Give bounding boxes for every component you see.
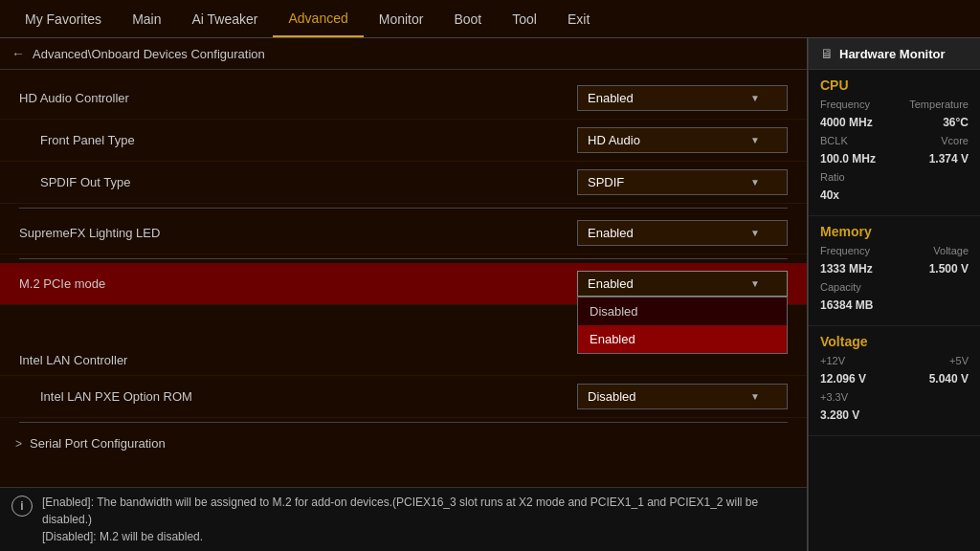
hw-cpu-vcore-label: Vcore (941, 135, 969, 146)
supremefx-label: SupremeFX Lighting LED (19, 226, 577, 240)
m2-pcie-mode-dropdown-container: Enabled ▼ Disabled Enabled (577, 271, 788, 297)
front-panel-type-value[interactable]: HD Audio ▼ (577, 127, 788, 153)
hw-volt-33-val-row: 3.280 V (820, 408, 969, 422)
intel-lan-pxe-dropdown[interactable]: Disabled ▼ (577, 384, 788, 409)
supremefx-value[interactable]: Enabled ▼ (577, 220, 788, 246)
hw-volt-5-value: 5.040 V (929, 372, 969, 386)
dropdown-option-disabled[interactable]: Disabled (578, 298, 787, 325)
hw-volt-12-val-row: 12.096 V 5.040 V (820, 372, 969, 386)
hw-memory-section: Memory Frequency Voltage 1333 MHz 1.500 … (809, 216, 980, 326)
hw-volt-33-label: +3.3V (820, 391, 848, 403)
hw-mem-freq-val-row: 1333 MHz 1.500 V (820, 262, 969, 276)
top-navigation: My Favorites Main Ai Tweaker Advanced Mo… (0, 0, 980, 38)
hw-mem-volt-value: 1.500 V (929, 262, 969, 276)
dropdown-arrow-icon: ▼ (750, 228, 760, 238)
divider-2 (19, 258, 788, 259)
nav-tool[interactable]: Tool (497, 0, 552, 37)
hw-voltage-title: Voltage (820, 334, 969, 349)
hw-cpu-freq-value: 4000 MHz (820, 116, 873, 129)
breadcrumb-text: Advanced\Onboard Devices Configuration (33, 47, 265, 61)
hw-mem-cap-row: Capacity (820, 281, 969, 293)
info-text-line1: [Enabled]: The bandwidth will be assigne… (42, 494, 795, 528)
hw-cpu-freq-label: Frequency (820, 99, 870, 110)
nav-ai-tweaker[interactable]: Ai Tweaker (176, 0, 273, 37)
hw-mem-cap-value: 16384 MB (820, 298, 873, 312)
hw-cpu-freq-val-row: 4000 MHz 36°C (820, 116, 969, 129)
hw-cpu-bclk-row: BCLK Vcore (820, 135, 969, 146)
expand-icon: > (15, 437, 22, 451)
hw-mem-freq-row: Frequency Voltage (820, 245, 969, 256)
dropdown-arrow-icon: ▼ (750, 93, 760, 103)
hw-mem-freq-label: Frequency (820, 245, 870, 256)
dropdown-arrow-icon: ▼ (750, 135, 760, 145)
front-panel-type-label: Front Panel Type (31, 133, 577, 147)
breadcrumb: ← Advanced\Onboard Devices Configuration (0, 38, 807, 70)
hw-cpu-bclk-label: BCLK (820, 135, 848, 146)
spdif-out-type-row: SPDIF Out Type SPDIF ▼ (0, 162, 807, 204)
supremefx-row: SupremeFX Lighting LED Enabled ▼ (0, 212, 807, 254)
intel-lan-pxe-value[interactable]: Disabled ▼ (577, 384, 788, 409)
hw-mem-volt-label: Voltage (933, 245, 969, 256)
hw-cpu-temp-value: 36°C (943, 116, 969, 129)
hw-cpu-bclk-value: 100.0 MHz (820, 152, 876, 165)
nav-advanced[interactable]: Advanced (273, 0, 363, 37)
hw-volt-33-row: +3.3V (820, 391, 969, 403)
hw-cpu-bclk-val-row: 100.0 MHz 1.374 V (820, 152, 969, 165)
hw-volt-12-label: +12V (820, 355, 845, 366)
dropdown-arrow-icon: ▼ (750, 177, 760, 187)
dropdown-option-enabled[interactable]: Enabled (578, 325, 787, 353)
intel-lan-pxe-row: Intel LAN PXE Option ROM Disabled ▼ (0, 376, 807, 418)
hw-cpu-freq-row: Frequency Temperature (820, 99, 969, 110)
hw-monitor-title: Hardware Monitor (839, 47, 946, 61)
hw-mem-cap-val-row: 16384 MB (820, 298, 969, 312)
hw-cpu-temp-label: Temperature (909, 99, 969, 110)
m2-pcie-dropdown-menu: Disabled Enabled (577, 297, 788, 354)
nav-exit[interactable]: Exit (552, 0, 605, 37)
info-bar: i [Enabled]: The bandwidth will be assig… (0, 487, 807, 551)
left-panel: ← Advanced\Onboard Devices Configuration… (0, 38, 808, 551)
divider-1 (19, 208, 788, 209)
nav-main[interactable]: Main (117, 0, 176, 37)
info-icon: i (11, 496, 33, 517)
serial-port-label: Serial Port Configuration (30, 436, 166, 451)
spdif-out-type-label: SPDIF Out Type (31, 175, 577, 189)
hd-audio-controller-dropdown[interactable]: Enabled ▼ (577, 85, 788, 111)
hw-volt-33-value: 3.280 V (820, 408, 859, 422)
nav-monitor[interactable]: Monitor (364, 0, 439, 37)
m2-pcie-mode-row: M.2 PCIe mode Enabled ▼ Disabled Enabled (0, 263, 807, 305)
front-panel-type-dropdown[interactable]: HD Audio ▼ (577, 127, 788, 153)
nav-my-favorites[interactable]: My Favorites (10, 0, 117, 37)
info-text: [Enabled]: The bandwidth will be assigne… (42, 494, 795, 545)
hw-cpu-title: CPU (820, 77, 969, 93)
hw-cpu-vcore-value: 1.374 V (929, 152, 969, 165)
spdif-out-type-dropdown[interactable]: SPDIF ▼ (577, 169, 788, 195)
breadcrumb-back-arrow[interactable]: ← (11, 46, 25, 61)
serial-port-section[interactable]: > Serial Port Configuration (0, 427, 807, 460)
hd-audio-controller-label: HD Audio Controller (19, 91, 577, 105)
m2-pcie-mode-label: M.2 PCIe mode (19, 276, 577, 291)
right-panel: 🖥 Hardware Monitor CPU Frequency Tempera… (808, 38, 980, 551)
hw-cpu-section: CPU Frequency Temperature 4000 MHz 36°C … (809, 70, 980, 216)
hd-audio-controller-value[interactable]: Enabled ▼ (577, 85, 788, 111)
supremefx-dropdown[interactable]: Enabled ▼ (577, 220, 788, 246)
info-text-line2: [Disabled]: M.2 will be disabled. (42, 528, 795, 545)
nav-boot[interactable]: Boot (438, 0, 497, 37)
hw-cpu-ratio-value: 40x (820, 188, 839, 202)
hw-volt-5-label: +5V (949, 355, 969, 366)
hw-cpu-ratio-row: Ratio (820, 171, 969, 183)
intel-lan-pxe-label: Intel LAN PXE Option ROM (31, 389, 577, 404)
hw-memory-title: Memory (820, 224, 969, 239)
hw-volt-12-row: +12V +5V (820, 355, 969, 366)
hw-mem-freq-value: 1333 MHz (820, 262, 873, 276)
hw-mem-cap-label: Capacity (820, 281, 861, 293)
hw-voltage-section: Voltage +12V +5V 12.096 V 5.040 V +3.3V … (809, 326, 980, 436)
dropdown-arrow-icon: ▼ (750, 391, 760, 402)
hw-cpu-ratio-val-row: 40x (820, 188, 969, 202)
main-area: ← Advanced\Onboard Devices Configuration… (0, 38, 980, 551)
hw-cpu-ratio-label: Ratio (820, 171, 845, 183)
spdif-out-type-value[interactable]: SPDIF ▼ (577, 169, 788, 195)
settings-area: HD Audio Controller Enabled ▼ Front Pane… (0, 70, 807, 487)
monitor-icon: 🖥 (820, 46, 834, 61)
hw-monitor-header: 🖥 Hardware Monitor (809, 38, 980, 70)
m2-pcie-mode-value[interactable]: Enabled ▼ (577, 271, 788, 297)
